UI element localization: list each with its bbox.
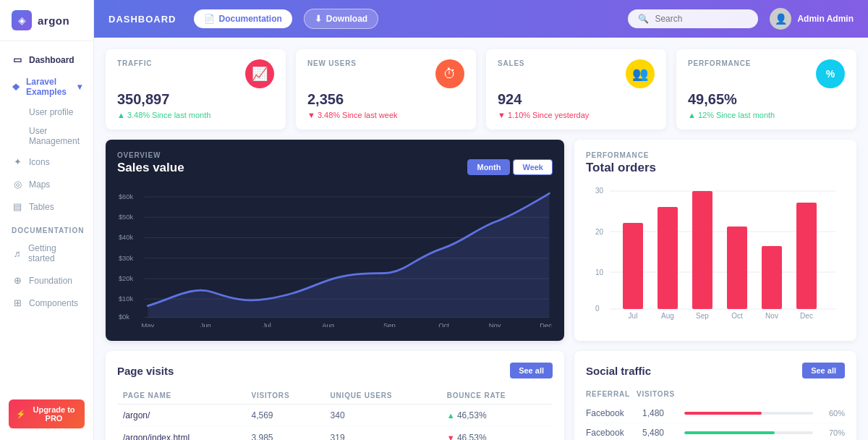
sales-chart-label: OVERVIEW xyxy=(117,151,184,159)
dashboard-icon: ▭ xyxy=(12,54,23,65)
arrow-up-icon: ▲ xyxy=(688,111,696,119)
sidebar-item-getting-started[interactable]: ♬ Getting started xyxy=(0,237,93,269)
page-visits-body: /argon/ 4,569 340 ▲ 46,53% /argon/index.… xyxy=(117,405,553,441)
orders-chart-card: PERFORMANCE Total orders 30 20 10 0 xyxy=(574,140,856,341)
arrow-down-icon: ▼ xyxy=(498,111,506,119)
sidebar-item-label: Icons xyxy=(29,157,50,167)
svg-text:Sep: Sep xyxy=(383,321,396,327)
svg-text:10: 10 xyxy=(595,268,604,276)
social-traffic-title: Social traffic xyxy=(586,365,651,377)
sidebar-item-user-profile[interactable]: User profile xyxy=(0,103,93,122)
sidebar-item-tables[interactable]: ▤ Tables xyxy=(0,195,93,218)
cell-bounce: ▼ 46,53% xyxy=(441,427,553,441)
bar-sep xyxy=(692,191,712,309)
page-visits-see-all-button[interactable]: See all xyxy=(510,363,553,378)
sidebar-item-foundation[interactable]: ⊕ Foundation xyxy=(0,269,93,292)
sidebar-item-components[interactable]: ⊞ Components xyxy=(0,292,93,314)
social-visitors: 1,480 xyxy=(642,408,678,418)
svg-text:Nov: Nov xyxy=(765,312,778,320)
svg-text:$40k: $40k xyxy=(119,233,134,241)
svg-text:$0k: $0k xyxy=(119,313,129,321)
social-table-header: REFERRAL VISITORS xyxy=(586,387,845,401)
search-box: 🔍 xyxy=(628,9,758,28)
upgrade-label: Upgrade to PRO xyxy=(30,405,77,423)
stat-icon-sales: 👥 xyxy=(626,59,655,88)
sidebar-item-user-management[interactable]: User Management xyxy=(0,122,93,151)
search-input[interactable] xyxy=(655,14,748,24)
cell-unique: 340 xyxy=(325,405,441,427)
table-header-row: PAGE NAME VISITORS UNIQUE USERS BOUNCE R… xyxy=(117,387,553,405)
svg-text:$50k: $50k xyxy=(119,213,134,221)
col-visitors: VISITORS xyxy=(637,390,673,398)
stat-header: SALES 👥 xyxy=(498,59,655,88)
stats-row: TRAFFIC 📈 350,897 ▲ 3.48% Since last mon… xyxy=(106,49,856,130)
tables-icon: ▤ xyxy=(12,201,23,212)
stat-header: TRAFFIC 📈 xyxy=(117,59,274,88)
bar-dec xyxy=(796,203,817,309)
progress-bar-wrap xyxy=(684,431,813,434)
social-header: Social traffic See all xyxy=(586,363,845,378)
svg-text:Jul: Jul xyxy=(629,312,638,320)
social-see-all-button[interactable]: See all xyxy=(802,363,845,378)
main-content: DASHBOARD 📄 Documentation ⬇ Download 🔍 👤… xyxy=(94,0,868,440)
col-page-name: PAGE NAME xyxy=(117,387,245,405)
download-button[interactable]: ⬇ Download xyxy=(304,9,378,29)
stat-icon-traffic: 📈 xyxy=(245,59,274,88)
toggle-month-button[interactable]: Month xyxy=(467,159,510,175)
upgrade-button[interactable]: ⚡ Upgrade to PRO xyxy=(9,399,85,428)
cell-page: /argon/index.html xyxy=(117,427,245,441)
progress-bar-wrap xyxy=(684,412,813,415)
sidebar-item-laravel[interactable]: ❖ Laravel Examples ▾ xyxy=(0,71,93,103)
svg-text:Oct: Oct xyxy=(731,312,743,320)
stat-label: SALES xyxy=(498,59,524,67)
stat-value-traffic: 350,897 xyxy=(117,91,274,108)
sidebar-item-label: Getting started xyxy=(28,243,82,263)
svg-text:May: May xyxy=(141,321,154,327)
sidebar-item-label: Tables xyxy=(29,202,54,212)
search-icon: 🔍 xyxy=(638,14,649,24)
sidebar-item-maps[interactable]: ◎ Maps xyxy=(0,173,93,195)
stat-label: NEW USERS xyxy=(307,59,357,67)
sidebar-item-dashboard[interactable]: ▭ Dashboard xyxy=(0,48,93,71)
logo-area: ◈ argon xyxy=(0,0,93,41)
bottom-row: Page visits See all PAGE NAME VISITORS U… xyxy=(106,351,856,440)
stat-change-new-users: ▼ 3.48% Since last week xyxy=(307,111,464,119)
user-name: Admin Admin xyxy=(797,14,854,24)
orders-chart-svg: 30 20 10 0 xyxy=(586,182,845,320)
svg-text:Sep: Sep xyxy=(696,312,709,320)
svg-text:Oct: Oct xyxy=(438,321,449,327)
user-area: 👤 Admin Admin xyxy=(770,8,854,30)
col-referral: REFERRAL xyxy=(586,390,637,398)
sales-chart-svg: $60k $50k $40k $30k $20k $10k $0k xyxy=(117,182,553,327)
toggle-week-button[interactable]: Week xyxy=(513,159,553,175)
bar-aug xyxy=(658,207,678,309)
page-visits-table: PAGE NAME VISITORS UNIQUE USERS BOUNCE R… xyxy=(117,387,553,440)
logo-text: argon xyxy=(38,14,69,27)
charts-row: OVERVIEW Sales value Month Week $60k $50… xyxy=(106,140,856,341)
svg-text:30: 30 xyxy=(595,187,604,195)
stat-value-performance: 49,65% xyxy=(688,91,845,108)
sidebar-item-icons[interactable]: ✦ Icons xyxy=(0,151,93,173)
arrow-down-icon: ▼ xyxy=(307,111,315,119)
doc-section-title: DOCUMENTATION xyxy=(0,218,93,237)
svg-text:$10k: $10k xyxy=(119,295,134,302)
getting-started-icon: ♬ xyxy=(12,248,22,259)
svg-text:Dec: Dec xyxy=(800,312,813,320)
social-pct: 70% xyxy=(819,428,845,437)
upgrade-icon: ⚡ xyxy=(16,410,26,419)
svg-text:Aug: Aug xyxy=(322,321,334,327)
svg-text:Jun: Jun xyxy=(200,321,211,327)
svg-text:$30k: $30k xyxy=(119,254,134,262)
page-visits-card: Page visits See all PAGE NAME VISITORS U… xyxy=(106,351,564,440)
progress-bar-bg xyxy=(684,412,813,415)
components-icon: ⊞ xyxy=(12,297,23,308)
stat-change-traffic: ▲ 3.48% Since last month xyxy=(117,111,274,119)
stat-card-sales: SALES 👥 924 ▼ 1.10% Since yesterday xyxy=(486,49,666,130)
documentation-button[interactable]: 📄 Documentation xyxy=(194,9,292,28)
bar-jul xyxy=(623,223,643,309)
cell-visitors: 4,569 xyxy=(245,405,324,427)
cell-bounce: ▲ 46,53% xyxy=(441,405,553,427)
social-rows: Facebook 1,480 60% Facebook 5,480 70% Go… xyxy=(586,404,845,440)
orders-chart-title: Total orders xyxy=(586,161,845,175)
list-item: Facebook 1,480 60% xyxy=(586,404,845,423)
